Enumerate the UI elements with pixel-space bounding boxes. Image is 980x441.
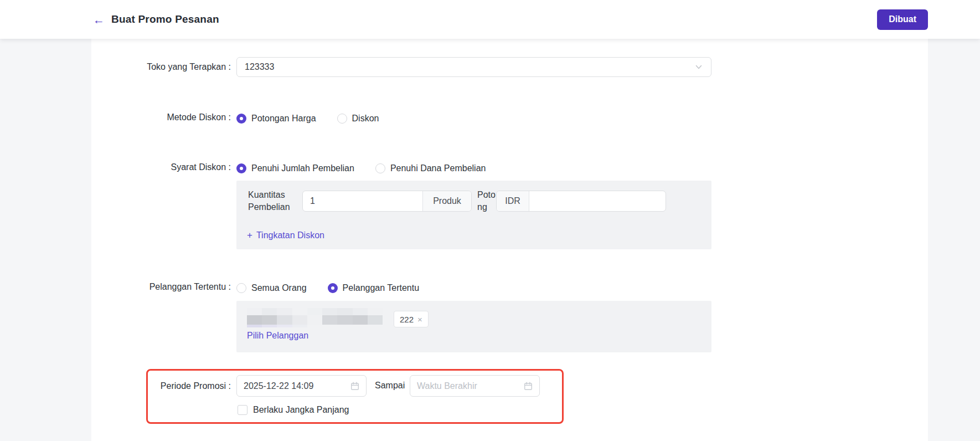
top-bar: ← Buat Promo Pesanan Dibuat (0, 0, 980, 39)
radio-option-penuhi-dana[interactable]: Penuhi Dana Pembelian (375, 162, 486, 175)
pick-customer-link[interactable]: Pilih Pelanggan (247, 331, 308, 341)
discount-amount-input[interactable] (529, 191, 666, 211)
store-label: Toko yang Terapkan : (147, 61, 231, 73)
radio-option-label[interactable]: Semua Orang (251, 282, 307, 294)
page-title: Buat Promo Pesanan (111, 13, 219, 25)
store-select-value: 123333 (245, 62, 274, 72)
radio-option-label[interactable]: Potongan Harga (251, 112, 316, 125)
amount-input-group: IDR (496, 191, 666, 212)
customer-type-label: Pelanggan Tertentu : (149, 281, 231, 293)
radio-icon[interactable] (375, 163, 385, 173)
radio-icon[interactable] (236, 163, 246, 173)
chevron-down-icon (694, 63, 703, 71)
long-term-option[interactable]: Berlaku Jangka Panjang (238, 405, 349, 415)
discount-condition-label: Syarat Diskon : (171, 161, 231, 173)
discount-method-group: Potongan Harga Diskon (236, 112, 400, 125)
start-date-input[interactable] (244, 381, 350, 391)
radio-icon[interactable] (337, 114, 347, 124)
radio-option-label[interactable]: Pelanggan Tertentu (343, 282, 419, 294)
radio-option-label[interactable]: Diskon (352, 112, 379, 125)
currency-addon: IDR (497, 191, 529, 211)
customer-tag[interactable]: 222 × (394, 311, 429, 327)
cut-label: Potong (477, 189, 496, 213)
redacted-customer-tag (247, 308, 383, 327)
customer-tag-text: 222 (400, 315, 414, 324)
quantity-input-group: Produk (302, 191, 472, 212)
calendar-icon (350, 382, 359, 391)
until-label: Sampai (375, 381, 405, 391)
page: ← Buat Promo Pesanan Dibuat Toko yang Te… (0, 0, 980, 441)
store-select[interactable]: 123333 (236, 57, 711, 77)
add-tier-label: Tingkatan Diskon (256, 230, 324, 240)
promo-period-label: Periode Promosi : (161, 380, 231, 392)
radio-option-penuhi-jumlah[interactable]: Penuhi Jumlah Pembelian (236, 162, 354, 175)
radio-icon[interactable] (236, 283, 246, 293)
submit-button[interactable]: Dibuat (877, 9, 928, 30)
end-date-input-wrap (410, 375, 540, 397)
checkbox-icon[interactable] (238, 405, 247, 415)
add-tier-link[interactable]: +Tingkatan Diskon (247, 230, 324, 241)
radio-option-pelanggan-tertentu[interactable]: Pelanggan Tertentu (328, 282, 419, 294)
radio-option-label[interactable]: Penuhi Dana Pembelian (390, 162, 486, 175)
discount-method-label: Metode Diskon : (167, 111, 231, 124)
radio-icon[interactable] (328, 283, 338, 293)
plus-icon: + (247, 230, 252, 240)
close-icon[interactable]: × (417, 315, 422, 324)
radio-option-label[interactable]: Penuhi Jumlah Pembelian (251, 162, 354, 175)
radio-icon[interactable] (236, 114, 246, 124)
end-date-input[interactable] (417, 381, 524, 391)
calendar-icon (524, 382, 533, 391)
breadcrumb: ← Buat Promo Pesanan (93, 13, 219, 25)
discount-condition-group: Penuhi Jumlah Pembelian Penuhi Dana Pemb… (236, 162, 507, 175)
start-date-input-wrap (236, 375, 367, 397)
back-arrow-icon[interactable]: ← (93, 14, 105, 25)
quantity-label: Kuantitas Pembelian (248, 189, 296, 213)
quantity-unit-addon: Produk (422, 191, 471, 211)
radio-option-potongan-harga[interactable]: Potongan Harga (236, 112, 316, 125)
quantity-input[interactable] (303, 191, 422, 211)
radio-option-semua-orang[interactable]: Semua Orang (236, 282, 307, 294)
radio-option-diskon[interactable]: Diskon (337, 112, 379, 125)
long-term-label: Berlaku Jangka Panjang (253, 405, 349, 415)
customer-type-group: Semua Orang Pelanggan Tertentu (236, 282, 440, 294)
